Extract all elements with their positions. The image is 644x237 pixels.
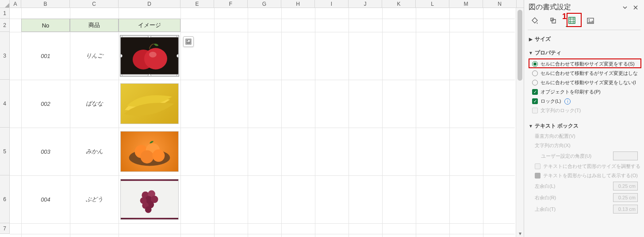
cell-product[interactable]: りんご	[70, 32, 119, 80]
checkbox-icon	[535, 163, 540, 169]
col-header-F[interactable]: F	[214, 0, 248, 8]
col-header-O[interactable]: O	[517, 0, 524, 8]
fill-tab-icon[interactable]	[529, 15, 541, 27]
section-textbox[interactable]: ▼ テキスト ボックス	[528, 120, 640, 132]
radio-no-move-no-size[interactable]: セルに合わせて移動やサイズ変更をしない(I	[532, 78, 638, 87]
picture-options-button[interactable]	[183, 36, 194, 47]
field-right-margin: 右余白(R)	[528, 192, 640, 203]
checkbox-icon	[535, 173, 540, 179]
col-header-A[interactable]: A	[10, 0, 21, 8]
col-header-J[interactable]: J	[349, 0, 382, 8]
resize-handle[interactable]	[176, 35, 179, 38]
radio-icon	[532, 80, 538, 85]
row-header-4[interactable]: 4	[0, 80, 10, 128]
checkbox-overflow: テキストを図形からはみ出して表示する(O)	[528, 171, 640, 180]
resize-handle[interactable]	[176, 74, 179, 76]
image-orange[interactable]	[120, 131, 179, 172]
cell-grid[interactable]: No商品イメージ 001りんご002ばなな003みかん004ぶどう	[10, 8, 515, 237]
cell-no[interactable]: 003	[21, 128, 70, 175]
radio-move-no-size[interactable]: セルに合わせて移動するがサイズ変更はしな	[532, 69, 638, 78]
section-size[interactable]: ▶ サイズ	[528, 34, 640, 45]
row-header-2[interactable]: 2	[0, 19, 10, 32]
field-valign: 垂直方向の配置(V)	[528, 132, 640, 141]
col-header-I[interactable]: I	[315, 0, 349, 8]
size-properties-tab-icon[interactable]	[566, 15, 578, 27]
cell-no[interactable]: 004	[21, 175, 70, 223]
col-header-M[interactable]: M	[449, 0, 483, 8]
picture-tab-icon[interactable]	[584, 15, 597, 27]
svg-point-2	[144, 48, 167, 69]
field-textdir: 文字列の方向(X)	[528, 141, 640, 150]
col-header-G[interactable]: G	[248, 0, 281, 8]
checkbox-print-object[interactable]: ✓ オブジェクトを印刷する(P)	[532, 87, 638, 97]
col-header-K[interactable]: K	[382, 0, 416, 8]
top-margin-input	[613, 205, 638, 214]
resize-handle[interactable]	[148, 74, 151, 76]
svg-point-20	[145, 206, 152, 213]
row-headers: 1234567	[0, 8, 10, 234]
image-apple[interactable]	[120, 35, 179, 76]
chevron-right-icon: ▶	[529, 37, 533, 42]
image-grape[interactable]	[120, 179, 179, 220]
cell-no[interactable]: 002	[21, 80, 70, 128]
chevron-down-icon: ▼	[529, 124, 533, 128]
format-picture-pane: 図の書式設定 1 ▶ サイズ 2 ▼ プロパティ セルに合わせて移動やサイズ変更…	[524, 0, 644, 237]
pane-tab-row: 1	[524, 14, 644, 30]
column-headers: ABCDEFGHIJKLMNOP	[10, 0, 524, 8]
checkbox-autofit: テキストに合わせて図形のサイズを調整する	[528, 162, 640, 171]
checkbox-icon: ✓	[532, 98, 538, 104]
col-header-B[interactable]: B	[21, 0, 70, 8]
pane-dropdown-icon[interactable]	[621, 4, 629, 12]
header-no[interactable]: No	[21, 19, 70, 32]
svg-point-23	[589, 19, 590, 21]
chevron-down-icon: ▼	[529, 51, 533, 55]
field-angle: ユーザー設定の角度(U)	[528, 150, 640, 162]
section-properties[interactable]: ▼ プロパティ	[528, 47, 640, 58]
right-margin-input	[613, 193, 638, 202]
radio-move-and-size[interactable]: セルに合わせて移動やサイズ変更をする(S)	[532, 59, 638, 69]
resize-handle[interactable]	[120, 74, 123, 76]
svg-point-10	[141, 150, 154, 163]
scroll-thumb[interactable]	[518, 10, 522, 81]
svg-rect-21	[569, 17, 575, 23]
svg-point-11	[153, 149, 165, 162]
checkbox-icon: ✓	[532, 89, 538, 95]
select-all-corner[interactable]	[0, 0, 10, 8]
row-header-6[interactable]: 6	[0, 175, 10, 223]
vertical-scrollbar[interactable]: ▴ ▾	[516, 8, 524, 237]
radio-icon	[532, 61, 538, 67]
col-header-E[interactable]: E	[180, 0, 214, 8]
svg-point-3	[149, 52, 157, 58]
info-icon[interactable]: i	[564, 98, 571, 105]
checkbox-lock[interactable]: ✓ ロック(L) i	[532, 97, 638, 106]
cell-no[interactable]: 001	[21, 32, 70, 80]
cell-product[interactable]: ぶどう	[70, 175, 119, 223]
angle-input	[613, 152, 638, 160]
resize-handle[interactable]	[176, 54, 179, 58]
col-header-H[interactable]: H	[281, 0, 315, 8]
row-header-1[interactable]: 1	[0, 8, 10, 19]
effects-tab-icon[interactable]	[547, 15, 560, 27]
cell-product[interactable]: みかん	[70, 128, 119, 175]
spreadsheet-area: ABCDEFGHIJKLMNOP 1234567 No商品イメージ 001りんご…	[0, 0, 524, 237]
scroll-down-icon[interactable]: ▾	[516, 230, 524, 237]
row-header-3[interactable]: 3	[0, 32, 10, 80]
checkbox-icon	[532, 108, 538, 113]
field-top-margin: 上余白(T)	[528, 203, 640, 215]
header-image[interactable]: イメージ	[119, 19, 180, 32]
header-product[interactable]: 商品	[70, 19, 119, 32]
checkbox-lock-text: 文字列のロック(T)	[532, 106, 638, 115]
col-header-L[interactable]: L	[416, 0, 449, 8]
svg-point-6	[187, 40, 188, 41]
row-header-5[interactable]: 5	[0, 128, 10, 175]
cell-product[interactable]: ばなな	[70, 80, 119, 128]
col-header-D[interactable]: D	[119, 0, 180, 8]
col-header-C[interactable]: C	[70, 0, 119, 8]
pane-close-icon[interactable]	[632, 4, 640, 12]
row-header-7[interactable]: 7	[0, 223, 10, 234]
pane-title: 図の書式設定	[529, 3, 618, 12]
left-margin-input	[613, 182, 638, 190]
radio-icon	[532, 70, 538, 76]
col-header-N[interactable]: N	[483, 0, 517, 8]
image-banana[interactable]	[120, 83, 179, 124]
